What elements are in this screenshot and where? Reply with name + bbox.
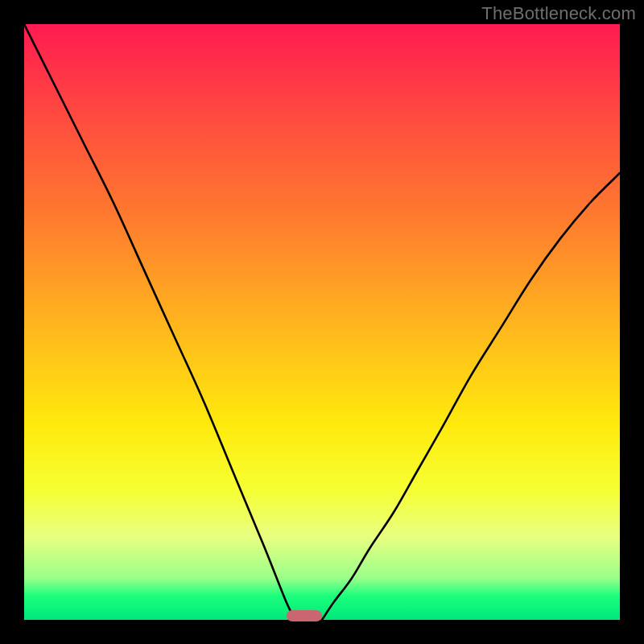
plot-area <box>24 24 620 620</box>
optimal-marker <box>287 610 322 621</box>
curve-right-branch <box>322 173 620 620</box>
curve-left-branch <box>24 24 298 620</box>
chart-frame: TheBottleneck.com <box>0 0 644 644</box>
watermark-label: TheBottleneck.com <box>481 3 636 24</box>
bottleneck-curve <box>24 24 620 620</box>
